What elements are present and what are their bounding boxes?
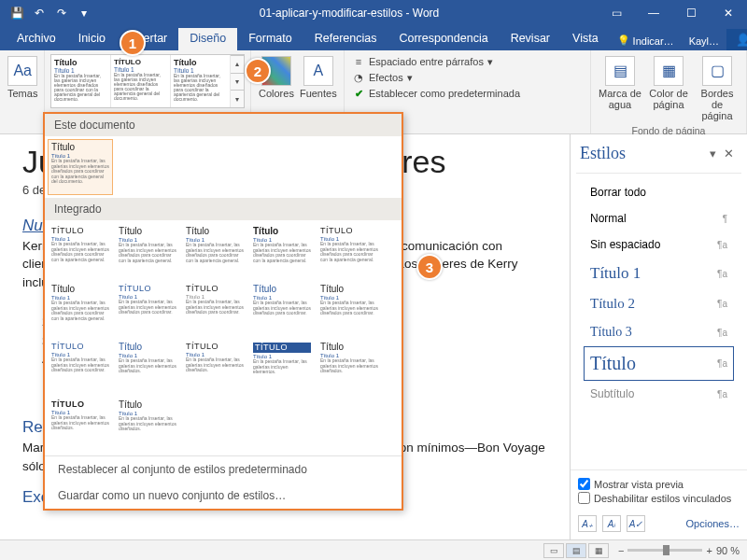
bulb-icon: 💡 <box>617 35 630 47</box>
minimize-icon[interactable]: — <box>635 0 672 26</box>
style-set-gallery[interactable]: TítuloTítulo 1En la pestaña Insertar, la… <box>50 54 245 108</box>
style-item-nospacing[interactable]: Sin espaciado¶a <box>584 231 734 258</box>
share-icon: 👤 <box>736 33 747 47</box>
status-bar: ▭ ▤ ▦ − + 90 % <box>0 539 747 560</box>
styles-options-link[interactable]: Opciones… <box>651 518 740 529</box>
reset-styleset-item[interactable]: Restablecer al conjunto de estilos prede… <box>45 456 402 483</box>
effects-icon: ◔ <box>352 71 365 84</box>
dropdown-section-current: Este documento <box>45 114 402 136</box>
new-style-icon[interactable]: A₊ <box>578 515 597 532</box>
style-set-thumb[interactable]: TítuloTítulo 1En la pestaña Insertar, la… <box>115 339 180 395</box>
style-set-thumb[interactable]: TítuloTítulo 1En la pestaña Insertar, la… <box>115 397 180 453</box>
save-icon[interactable]: 💾 <box>7 4 26 22</box>
tab-revisar[interactable]: Revisar <box>500 28 561 50</box>
page-color-icon: ▦ <box>654 56 684 86</box>
style-set-thumb[interactable]: TítuloTítulo 1En la pestaña Insertar, la… <box>115 223 180 279</box>
ribbon-tabs: Archivo Inicio Insertar Diseño Formato R… <box>0 26 747 50</box>
style-set-thumb[interactable]: TítuloTítulo 1En la pestaña Insertar, la… <box>48 281 113 337</box>
style-set-thumb[interactable]: TítuloTítulo 1En la pestaña Insertar, la… <box>48 339 113 395</box>
view-switcher: ▭ ▤ ▦ <box>543 543 609 558</box>
callout-1: 1 <box>120 30 146 56</box>
check-icon: ✔ <box>352 87 365 100</box>
style-set-thumb[interactable]: TítuloTítulo 1En la pestaña Insertar, la… <box>317 339 382 395</box>
style-item-h3[interactable]: Título 3¶a <box>584 318 734 346</box>
save-styleset-item[interactable]: Guardar como un nuevo conjunto de estilo… <box>45 483 402 509</box>
style-set-thumb[interactable]: TítuloTítulo 1En la pestaña Insertar, la… <box>317 281 382 337</box>
effects-button[interactable]: ◔Efectos▾ <box>350 70 522 85</box>
close-icon[interactable]: ✕ <box>710 0 747 26</box>
style-item-normal[interactable]: Normal¶ <box>584 205 734 231</box>
page-color-button[interactable]: ▦Color de página <box>645 54 692 112</box>
paragraph-spacing-button[interactable]: ≡Espaciado entre párrafos▾ <box>350 54 522 69</box>
spacing-icon: ≡ <box>352 55 365 68</box>
window-title: 01-aplicar-y-modificar-estilos - Word <box>101 7 598 20</box>
disable-linked-checkbox[interactable]: Deshabilitar estilos vinculados <box>578 492 740 504</box>
style-item-h2[interactable]: Título 2¶a <box>584 289 734 318</box>
undo-icon[interactable]: ↶ <box>30 4 49 22</box>
style-inspector-icon[interactable]: Aᵢ <box>602 515 621 532</box>
tab-vista[interactable]: Vista <box>561 28 610 50</box>
style-set-thumb[interactable]: TÍTULOTítulo 1En la pestaña Insertar, la… <box>48 223 113 279</box>
redo-icon[interactable]: ↷ <box>52 4 71 22</box>
style-item-h1[interactable]: Título 1¶a <box>584 258 734 289</box>
callout-3: 3 <box>416 254 443 280</box>
tab-archivo[interactable]: Archivo <box>6 28 67 50</box>
style-set-thumb[interactable]: TÍTULOTítulo 1En la pestaña Insertar, la… <box>115 281 180 337</box>
style-item-clear[interactable]: Borrar todo <box>584 179 734 205</box>
style-set-thumb[interactable]: TítuloTítulo 1En la pestaña Insertar, la… <box>249 281 315 337</box>
style-set-thumb[interactable]: TÍTULOTítulo 1En la pestaña Insertar, la… <box>48 397 113 453</box>
style-set-thumb[interactable]: TÍTULOTítulo 1En la pestaña Insertar, la… <box>182 281 247 337</box>
tab-formato[interactable]: Formato <box>237 28 303 50</box>
gallery-more-button[interactable]: ▴▾▾ <box>231 55 244 107</box>
preview-checkbox[interactable]: Mostrar vista previa <box>578 478 740 490</box>
themes-icon: Aa <box>7 56 37 86</box>
themes-button[interactable]: AaTemas <box>6 54 39 101</box>
styles-pane-title: Estilos <box>580 144 706 163</box>
style-item-title[interactable]: Título¶a <box>584 346 734 381</box>
print-layout-icon[interactable]: ▤ <box>566 543 586 558</box>
tab-diseno[interactable]: Diseño <box>178 28 237 50</box>
zoom-slider[interactable] <box>627 549 702 552</box>
read-mode-icon[interactable]: ▭ <box>543 543 564 558</box>
pane-close-icon[interactable]: ✕ <box>720 147 738 161</box>
style-set-thumb[interactable]: TÍTULOTítulo 1En la pestaña Insertar, la… <box>317 223 382 279</box>
set-default-button[interactable]: ✔Establecer como predeterminada <box>350 86 522 101</box>
callout-2: 2 <box>245 58 271 84</box>
dropdown-section-builtin: Integrado <box>45 198 402 220</box>
watermark-button[interactable]: ▤Marca de agua <box>597 54 643 112</box>
style-set-thumb[interactable]: TítuloTítulo 1En la pestaña Insertar, la… <box>182 223 247 279</box>
tab-correspondencia[interactable]: Correspondencia <box>388 28 499 50</box>
style-item-subtitle[interactable]: Subtítulo¶a <box>584 381 734 407</box>
ribbon-display-icon[interactable]: ▭ <box>598 0 635 26</box>
share-button[interactable]: 👤Compartir <box>726 29 747 50</box>
zoom-out-icon[interactable]: − <box>618 545 624 556</box>
fonts-button[interactable]: AFuentes <box>298 54 339 101</box>
tab-referencias[interactable]: Referencias <box>303 28 388 50</box>
zoom-in-icon[interactable]: + <box>706 545 712 556</box>
manage-styles-icon[interactable]: A✓ <box>627 515 645 532</box>
web-layout-icon[interactable]: ▦ <box>588 543 609 558</box>
tab-inicio[interactable]: Inicio <box>67 28 117 50</box>
qat-more-icon[interactable]: ▾ <box>75 4 93 22</box>
tell-me[interactable]: 💡Indicar… <box>610 31 682 50</box>
fonts-icon: A <box>303 56 333 86</box>
pane-options-icon[interactable]: ▾ <box>706 147 720 161</box>
page-borders-button[interactable]: ▢Bordes de página <box>694 54 740 123</box>
page-borders-icon: ▢ <box>702 56 732 86</box>
style-set-thumb[interactable]: TÍTULOTítulo 1En la pestaña Insertar, la… <box>182 339 247 395</box>
styles-list: Borrar todo Normal¶ Sin espaciado¶a Títu… <box>576 173 741 469</box>
zoom-level[interactable]: 90 % <box>716 545 740 556</box>
maximize-icon[interactable]: ☐ <box>672 0 710 26</box>
title-bar: 💾 ↶ ↷ ▾ 01-aplicar-y-modificar-estilos -… <box>0 0 747 26</box>
style-set-dropdown: Este documento TítuloTítulo 1En la pesta… <box>43 112 403 511</box>
style-set-thumb[interactable]: TÍTULOTítulo 1En la pestaña Insertar, la… <box>249 339 315 395</box>
style-set-thumb[interactable]: TítuloTítulo 1En la pestaña Insertar, la… <box>249 223 315 279</box>
user-name[interactable]: Kayl… <box>682 32 726 50</box>
styles-pane: Estilos ▾ ✕ Borrar todo Normal¶ Sin espa… <box>570 134 747 539</box>
watermark-icon: ▤ <box>605 56 635 86</box>
style-set-thumb[interactable]: TítuloTítulo 1En la pestaña Insertar, la… <box>48 139 113 195</box>
